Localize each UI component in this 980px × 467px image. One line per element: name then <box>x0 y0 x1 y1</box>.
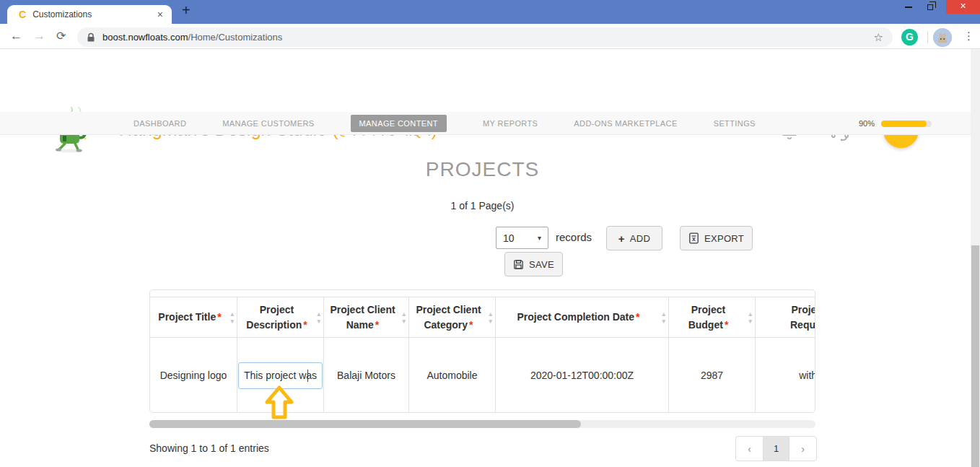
tab-close-icon[interactable]: × <box>154 9 166 20</box>
pagination-page-1[interactable]: 1 <box>763 437 789 461</box>
column-header-project-client-category[interactable]: Project Client Category* ▴▾ <box>408 297 495 337</box>
plus-icon: + <box>618 232 625 245</box>
nav-item-dashboard[interactable]: DASHBOARD <box>134 119 186 128</box>
sort-icon[interactable]: ▴▾ <box>230 310 234 325</box>
sort-icon[interactable]: ▴▾ <box>748 310 752 325</box>
sort-up-icon: ▴ <box>748 310 752 318</box>
pagination-prev-button[interactable]: ‹ <box>736 437 763 461</box>
records-label: records <box>556 231 592 243</box>
url-domain: boost.nowfloats.com <box>102 32 188 43</box>
site-header: Hangman's Design Studio (हैंगमैन डिजाइन)… <box>0 49 971 112</box>
nav-item-my-reports[interactable]: MY REPORTS <box>483 119 538 128</box>
records-select-value: 10 <box>503 232 515 244</box>
column-header-project-budget[interactable]: Project Budget* ▴▾ <box>668 297 755 337</box>
column-header-project-client-requirement[interactable]: Project Client Requirement* <box>755 297 815 337</box>
required-marker: * <box>375 319 379 331</box>
browser-window: C Customizations × + × ← → ⟳ boost.nowfl… <box>0 0 980 467</box>
cat-avatar-image <box>933 28 952 47</box>
required-marker: * <box>469 319 473 331</box>
window-minimize-button[interactable] <box>898 0 919 14</box>
reload-button[interactable]: ⟳ <box>56 29 66 43</box>
cell-project-client-requirement[interactable]: with high res <box>755 338 815 413</box>
add-button[interactable]: + ADD <box>606 226 662 250</box>
sort-up-icon: ▴ <box>489 310 492 318</box>
column-header-project-title[interactable]: Project Title* ▴▾ <box>150 297 237 337</box>
back-button[interactable]: ← <box>10 29 22 43</box>
toolbar-divider <box>927 31 928 43</box>
cell-project-client-name[interactable]: Balaji Motors <box>323 338 408 413</box>
page-title: PROJECTS <box>149 158 815 181</box>
sort-down-icon: ▾ <box>662 318 665 325</box>
records-per-page-select[interactable]: 10 ▾ <box>496 227 548 249</box>
table-horizontal-scrollbar[interactable] <box>149 420 815 428</box>
sort-down-icon: ▾ <box>489 318 492 325</box>
site-favicon-icon: C <box>19 9 26 20</box>
column-header-project-completion-date[interactable]: Project Completion Date* ▴▾ <box>495 297 668 337</box>
horizontal-scrollbar-thumb[interactable] <box>149 420 581 428</box>
progress-bar <box>881 121 932 127</box>
chevron-down-icon: ▾ <box>538 234 541 242</box>
save-floppy-icon <box>513 259 524 270</box>
grammarly-extension-icon[interactable]: G <box>901 29 918 45</box>
cell-project-client-category[interactable]: Automobile <box>408 338 495 413</box>
site-nav-bar: DASHBOARD MANAGE CUSTOMERS MANAGE CONTEN… <box>0 112 971 135</box>
progress-bar-fill <box>881 121 927 127</box>
new-tab-button[interactable]: + <box>182 2 191 19</box>
sort-down-icon: ▾ <box>748 318 752 325</box>
page-count-info: 1 of 1 Page(s) <box>149 200 815 211</box>
profile-completion: 90% <box>859 112 932 135</box>
required-marker: * <box>636 311 639 323</box>
sort-up-icon: ▴ <box>317 310 320 318</box>
profile-avatar[interactable] <box>933 28 952 47</box>
browser-menu-icon[interactable]: ⋮ <box>963 30 974 43</box>
vertical-scrollbar-thumb[interactable] <box>971 245 979 467</box>
browser-tab[interactable]: C Customizations × <box>7 5 172 24</box>
required-marker: * <box>217 311 221 323</box>
column-label: Project Client Requirement <box>790 304 815 330</box>
bookmark-star-icon[interactable]: ☆ <box>874 31 883 44</box>
window-restore-button[interactable] <box>919 0 941 14</box>
cell-project-completion-date[interactable]: 2020-01-12T00:00:00Z <box>495 338 668 413</box>
export-button-label: EXPORT <box>704 233 744 244</box>
export-button[interactable]: x EXPORT <box>680 226 753 250</box>
nav-item-settings[interactable]: SETTINGS <box>714 119 756 128</box>
text-cursor <box>307 370 308 382</box>
sort-down-icon: ▾ <box>230 318 234 325</box>
column-label: Project Description <box>246 304 302 330</box>
save-button-label: SAVE <box>529 259 554 270</box>
column-header-project-client-name[interactable]: Project Client Name* ▴▾ <box>323 297 408 337</box>
cell-project-budget[interactable]: 2987 <box>668 338 755 413</box>
table-header-row: Project Title* ▴▾ Project Description* ▴… <box>150 297 815 338</box>
sort-icon[interactable]: ▴▾ <box>317 310 320 325</box>
required-marker: * <box>725 319 728 331</box>
column-label: Project Completion Date <box>517 311 634 323</box>
lock-icon <box>87 32 95 43</box>
nav-item-manage-customers[interactable]: MANAGE CUSTOMERS <box>222 119 314 128</box>
sort-icon[interactable]: ▴▾ <box>662 310 665 325</box>
export-excel-icon: x <box>688 232 699 244</box>
sort-down-icon: ▾ <box>317 318 320 325</box>
column-header-project-description[interactable]: Project Description* ▴▾ <box>237 297 323 337</box>
window-close-button[interactable]: × <box>946 0 980 14</box>
forward-button[interactable]: → <box>33 29 45 43</box>
description-input[interactable] <box>238 362 323 389</box>
address-bar[interactable]: boost.nowfloats.com/Home/Customizations … <box>77 27 893 47</box>
sort-icon[interactable]: ▴▾ <box>402 310 406 325</box>
nav-item-addons-marketplace[interactable]: ADD-ONS MARKETPLACE <box>574 119 677 128</box>
cell-project-title[interactable]: Designing logo <box>150 338 237 413</box>
highlight-arrow-up-icon <box>264 385 294 419</box>
sort-up-icon: ▴ <box>662 310 665 318</box>
sort-down-icon: ▾ <box>402 318 406 325</box>
save-button[interactable]: SAVE <box>504 252 563 276</box>
column-label: Project Budget <box>688 304 726 330</box>
progress-percent-label: 90% <box>859 119 875 128</box>
pagination-next-button[interactable]: › <box>789 437 816 461</box>
required-marker: * <box>303 319 307 331</box>
sort-icon[interactable]: ▴▾ <box>489 310 492 325</box>
restore-icon <box>927 4 933 10</box>
description-input-wrap <box>238 362 323 389</box>
nav-item-manage-content[interactable]: MANAGE CONTENT <box>351 115 447 132</box>
page-vertical-scrollbar[interactable] <box>971 49 980 467</box>
minimize-icon <box>905 6 912 8</box>
tab-title: Customizations <box>32 9 154 19</box>
